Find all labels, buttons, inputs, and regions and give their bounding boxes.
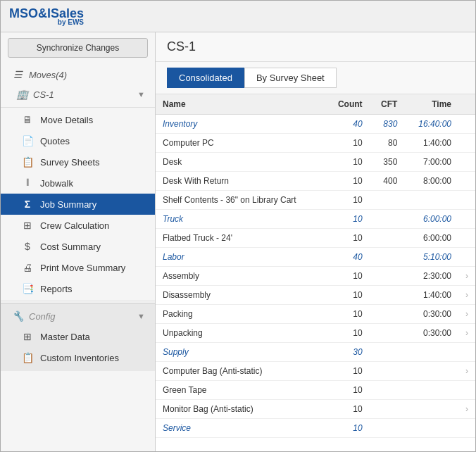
cell-cft: 400 — [370, 172, 405, 191]
cell-arrow — [458, 248, 475, 267]
quotes-icon: 📄 — [20, 135, 35, 146]
cell-arrow[interactable]: › — [458, 286, 475, 305]
sidebar-item-master-data[interactable]: ⊞ Master Data — [1, 326, 155, 347]
table-row: Supply30 — [156, 343, 475, 362]
cell-name: Flatbed Truck - 24' — [156, 229, 325, 248]
cell-cft: 80 — [370, 134, 405, 153]
cell-count: 10 — [325, 267, 370, 286]
config-header[interactable]: 🔧 Config ▼ — [1, 306, 155, 326]
cell-time: 0:30:00 — [404, 324, 458, 343]
sync-button[interactable]: Synchronize Changes — [8, 38, 148, 58]
logo-ms: MS — [9, 6, 28, 20]
cell-arrow[interactable]: › — [458, 400, 475, 419]
sidebar-item-survey-sheets[interactable]: 📋 Survey Sheets — [1, 151, 155, 172]
table-row: Flatbed Truck - 24'106:00:00 — [156, 229, 475, 248]
cell-name: Disassembly — [156, 286, 325, 305]
cell-time: 6:00:00 — [404, 210, 458, 229]
table-row: Desk With Return104008:00:00 — [156, 172, 475, 191]
sidebar-label-reports: Reports — [40, 284, 73, 294]
cell-count: 10 — [325, 419, 370, 438]
sidebar-item-job-summary[interactable]: Σ Job Summary — [1, 194, 155, 215]
sidebar-label-master-data: Master Data — [40, 332, 90, 342]
cell-arrow[interactable]: › — [458, 305, 475, 324]
sidebar-item-print-move-summary[interactable]: 🖨 Print Move Summary — [1, 257, 155, 278]
table-container: Name Count CFT Time Inventory4083016:40:… — [156, 94, 475, 451]
cell-time: 1:40:00 — [404, 134, 458, 153]
cell-time — [404, 381, 458, 400]
cell-cft — [370, 248, 405, 267]
col-count: Count — [325, 94, 370, 115]
cell-name: Unpacking — [156, 324, 325, 343]
config-icon: 🔧 — [11, 310, 25, 322]
moves-group[interactable]: ☰ Moves(4) — [1, 65, 155, 84]
sidebar-label-job-summary: Job Summary — [40, 199, 96, 210]
cell-arrow — [458, 134, 475, 153]
cell-name: Computer PC — [156, 134, 325, 153]
cell-cft — [370, 305, 405, 324]
master-data-icon: ⊞ — [20, 331, 35, 342]
cs1-group[interactable]: 🏢 CS-1 ▼ — [1, 84, 155, 104]
moves-label: Moves(4) — [29, 70, 67, 80]
app-header: MSO&ISales by EWS — [1, 1, 475, 32]
app-window: MSO&ISales by EWS Synchronize Changes ☰ … — [0, 0, 476, 452]
sidebar-item-move-details[interactable]: 🖥 Move Details — [1, 109, 155, 130]
cs1-icon: 🏢 — [15, 89, 29, 100]
cell-cft — [370, 286, 405, 305]
cell-name: Desk With Return — [156, 172, 325, 191]
custom-inventories-icon: 📋 — [20, 352, 35, 363]
cell-name: Labor — [156, 248, 325, 267]
col-name: Name — [156, 94, 325, 115]
cell-arrow — [458, 191, 475, 210]
cell-count: 10 — [325, 286, 370, 305]
config-chevron: ▼ — [137, 312, 145, 320]
table-row: Disassembly101:40:00› — [156, 286, 475, 305]
tab-bar: Consolidated By Survey Sheet — [156, 62, 475, 94]
sidebar-item-jobwalk[interactable]: 𝄃 Jobwalk — [1, 172, 155, 194]
sidebar-label-survey-sheets: Survey Sheets — [40, 157, 100, 168]
cell-cft — [370, 229, 405, 248]
cell-arrow[interactable]: › — [458, 267, 475, 286]
cell-count: 10 — [325, 134, 370, 153]
job-summary-icon: Σ — [20, 199, 35, 210]
cell-arrow — [458, 172, 475, 191]
page-title: CS-1 — [156, 32, 475, 62]
cell-count: 10 — [325, 381, 370, 400]
cell-time: 1:40:00 — [404, 286, 458, 305]
table-row: Shelf Contents - 36" on Library Cart10 — [156, 191, 475, 210]
sidebar-item-reports[interactable]: 📑 Reports — [1, 278, 155, 299]
cell-count: 10 — [325, 362, 370, 381]
cell-name: Truck — [156, 210, 325, 229]
cost-summary-icon: $ — [20, 241, 35, 252]
cell-arrow[interactable]: › — [458, 324, 475, 343]
cs1-chevron: ▼ — [137, 90, 145, 99]
app-body: Synchronize Changes ☰ Moves(4) 🏢 CS-1 ▼ … — [1, 32, 475, 451]
cell-arrow — [458, 115, 475, 134]
cell-name: Desk — [156, 153, 325, 172]
table-row: Unpacking100:30:00› — [156, 324, 475, 343]
tab-by-survey-sheet[interactable]: By Survey Sheet — [244, 68, 337, 88]
table-row: Inventory4083016:40:00 — [156, 115, 475, 134]
cell-cft — [370, 419, 405, 438]
cell-time: 7:00:00 — [404, 153, 458, 172]
moves-section: ☰ Moves(4) 🏢 CS-1 ▼ — [1, 63, 155, 106]
cell-name: Green Tape — [156, 381, 325, 400]
sidebar-label-move-details: Move Details — [40, 115, 93, 125]
table-row: Computer Bag (Anti-static)10› — [156, 362, 475, 381]
sidebar-item-crew-calculation[interactable]: ⊞ Crew Calculation — [1, 215, 155, 236]
job-summary-table: Name Count CFT Time Inventory4083016:40:… — [156, 94, 475, 438]
col-cft: CFT — [370, 94, 405, 115]
cell-count: 10 — [325, 191, 370, 210]
cell-time: 8:00:00 — [404, 172, 458, 191]
cell-arrow[interactable]: › — [458, 362, 475, 381]
cell-name: Packing — [156, 305, 325, 324]
sidebar-label-cost-summary: Cost Summary — [40, 241, 101, 252]
sidebar-item-quotes[interactable]: 📄 Quotes — [1, 130, 155, 151]
sidebar-item-cost-summary[interactable]: $ Cost Summary — [1, 236, 155, 257]
sidebar-item-custom-inventories[interactable]: 📋 Custom Inventories — [1, 347, 155, 368]
tab-consolidated[interactable]: Consolidated — [167, 68, 244, 88]
sidebar-label-print-move-summary: Print Move Summary — [40, 263, 125, 273]
jobwalk-icon: 𝄃 — [20, 177, 35, 189]
cell-arrow — [458, 343, 475, 362]
table-row: Computer PC10801:40:00 — [156, 134, 475, 153]
survey-sheets-icon: 📋 — [20, 156, 35, 168]
